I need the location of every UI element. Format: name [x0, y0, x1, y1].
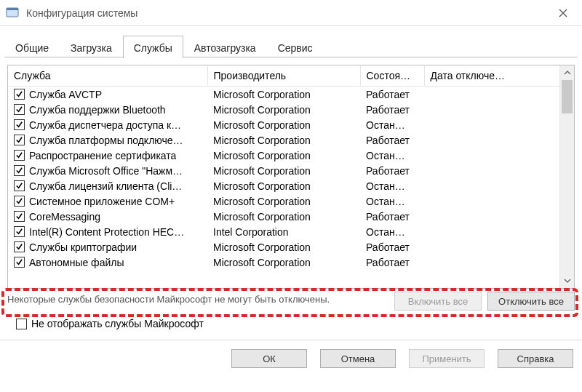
service-disabled-date [424, 209, 559, 224]
service-name: Служба поддержки Bluetooth [29, 104, 166, 116]
service-name: CoreMessaging [29, 211, 100, 223]
tab-1[interactable]: Загрузка [60, 37, 123, 58]
service-checkbox[interactable] [14, 150, 25, 161]
service-vendor: Microsoft Corporation [207, 87, 360, 103]
scroll-down-arrow-icon[interactable] [560, 273, 574, 288]
tab-0[interactable]: Общие [4, 37, 60, 58]
service-name: Служба Microsoft Office "Нажм… [29, 165, 183, 177]
cancel-button[interactable]: Отмена [320, 349, 396, 368]
service-disabled-date [424, 163, 559, 178]
service-disabled-date [424, 132, 559, 148]
ok-button[interactable]: ОК [231, 349, 307, 368]
service-checkbox[interactable] [14, 196, 25, 207]
table-row[interactable]: Служба диспетчера доступа к…Microsoft Co… [8, 117, 559, 132]
service-name: Автономные файлы [29, 257, 124, 268]
col-disabled-date[interactable]: Дата отключе… [424, 65, 559, 87]
service-state: Остан… [360, 193, 424, 209]
scroll-thumb[interactable] [562, 80, 573, 113]
service-name: Служба лицензий клиента (Cli… [29, 180, 182, 192]
service-disabled-date [424, 224, 559, 239]
table-row[interactable]: Системное приложение COM+Microsoft Corpo… [8, 193, 559, 209]
warning-note: Некоторые службы безопасности Майкрософт… [7, 292, 388, 306]
tab-4[interactable]: Сервис [267, 37, 324, 58]
service-name: Intel(R) Content Protection HEC… [29, 226, 184, 238]
service-state: Работает [360, 209, 424, 224]
service-checkbox[interactable] [14, 104, 25, 115]
svg-rect-1 [7, 8, 18, 10]
service-name: Служба диспетчера доступа к… [29, 119, 181, 131]
enable-all-button[interactable]: Включить все [394, 292, 482, 311]
titlebar: Конфигурация системы [0, 0, 582, 26]
hide-ms-services-label: Не отображать службы Майкрософт [31, 318, 204, 329]
service-disabled-date [424, 102, 559, 117]
table-row[interactable]: Службы криптографииMicrosoft Corporation… [8, 239, 559, 255]
scroll-up-arrow-icon[interactable] [560, 65, 574, 80]
service-disabled-date [424, 255, 559, 270]
service-name: Службы криптографии [29, 241, 137, 253]
service-disabled-date [424, 239, 559, 255]
service-vendor: Microsoft Corporation [207, 117, 360, 132]
help-button[interactable]: Справка [498, 349, 573, 368]
service-name: Служба платформы подключе… [29, 135, 183, 146]
service-vendor: Microsoft Corporation [207, 178, 360, 193]
table-row[interactable]: Intel(R) Content Protection HEC…Intel Co… [8, 224, 559, 239]
service-state: Остан… [360, 148, 424, 163]
service-checkbox[interactable] [14, 257, 25, 268]
service-vendor: Microsoft Corporation [207, 239, 360, 255]
close-button[interactable] [547, 1, 579, 25]
service-vendor: Microsoft Corporation [207, 193, 360, 209]
apply-button[interactable]: Применить [409, 349, 485, 368]
col-vendor[interactable]: Производитель [207, 65, 360, 87]
table-row[interactable]: Автономные файлыMicrosoft CorporationРаб… [8, 255, 559, 270]
service-state: Работает [360, 87, 424, 103]
window-title: Конфигурация системы [26, 7, 547, 19]
table-row[interactable]: CoreMessagingMicrosoft CorporationРабота… [8, 209, 559, 224]
service-checkbox[interactable] [14, 180, 25, 191]
service-disabled-date [424, 117, 559, 132]
service-state: Работает [360, 163, 424, 178]
service-state: Работает [360, 102, 424, 117]
table-row[interactable]: Служба поддержки BluetoothMicrosoft Corp… [8, 102, 559, 117]
service-checkbox[interactable] [14, 89, 25, 100]
col-state[interactable]: Состоя… [360, 65, 424, 87]
service-checkbox[interactable] [14, 211, 25, 222]
service-vendor: Microsoft Corporation [207, 163, 360, 178]
service-name: Служба AVCTP [29, 89, 102, 100]
service-checkbox[interactable] [14, 119, 25, 130]
table-row[interactable]: Служба лицензий клиента (Cli…Microsoft C… [8, 178, 559, 193]
dialog-footer: ОК Отмена Применить Справка [0, 340, 582, 375]
service-checkbox[interactable] [14, 241, 25, 252]
hide-ms-services-checkbox[interactable] [16, 319, 27, 329]
service-vendor: Microsoft Corporation [207, 132, 360, 148]
table-row[interactable]: Служба платформы подключе…Microsoft Corp… [8, 132, 559, 148]
services-list: Служба Производитель Состоя… Дата отключ… [7, 65, 575, 289]
service-vendor: Microsoft Corporation [207, 102, 360, 117]
tab-3[interactable]: Автозагрузка [183, 37, 267, 58]
service-state: Работает [360, 255, 424, 270]
service-name: Системное приложение COM+ [29, 196, 175, 207]
col-service[interactable]: Служба [8, 65, 207, 87]
service-state: Остан… [360, 224, 424, 239]
service-disabled-date [424, 87, 559, 103]
service-state: Остан… [360, 117, 424, 132]
service-checkbox[interactable] [14, 165, 25, 176]
service-checkbox[interactable] [14, 226, 25, 237]
service-vendor: Intel Corporation [207, 224, 360, 239]
service-state: Работает [360, 239, 424, 255]
service-vendor: Microsoft Corporation [207, 148, 360, 163]
disable-all-button[interactable]: Отключить все [487, 292, 575, 311]
tab-2[interactable]: Службы [123, 36, 183, 58]
service-vendor: Microsoft Corporation [207, 255, 360, 270]
service-state: Остан… [360, 178, 424, 193]
tabs: ОбщиеЗагрузкаСлужбыАвтозагрузкаСервис [4, 35, 578, 57]
table-row[interactable]: Распространение сертификатаMicrosoft Cor… [8, 148, 559, 163]
service-checkbox[interactable] [14, 135, 25, 145]
service-disabled-date [424, 193, 559, 209]
table-row[interactable]: Служба Microsoft Office "Нажм…Microsoft … [8, 163, 559, 178]
service-vendor: Microsoft Corporation [207, 209, 360, 224]
vertical-scrollbar[interactable] [559, 65, 574, 288]
service-state: Работает [360, 132, 424, 148]
service-disabled-date [424, 178, 559, 193]
table-row[interactable]: Служба AVCTPMicrosoft CorporationРаботае… [8, 87, 559, 103]
service-disabled-date [424, 148, 559, 163]
